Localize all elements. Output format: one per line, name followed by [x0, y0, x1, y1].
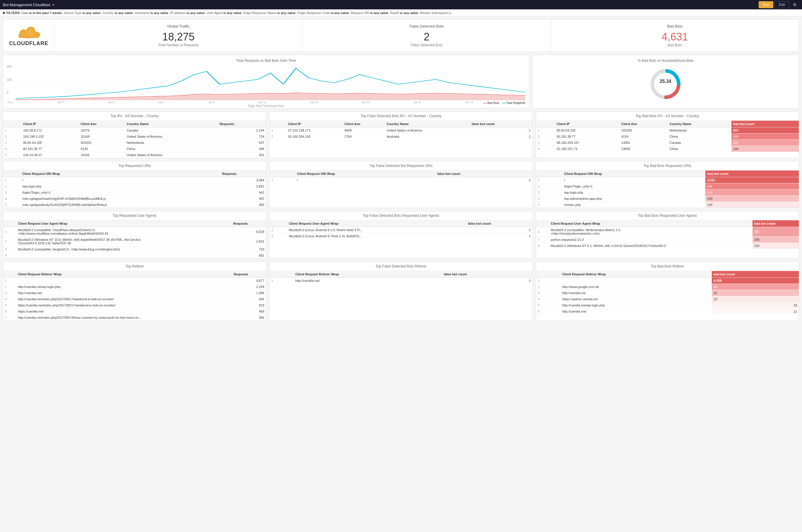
top-uris-table: Top Requested URIs Client Request URI Wr…: [3, 161, 266, 208]
table-row: 8Mozilla/5.0 (Windows NT 6.1; Win64; x64…: [536, 243, 799, 249]
table-row: 1/2: [269, 177, 532, 184]
table-row: 3Mozilla/5.0 (compatible; bingbot/2.0; +…: [3, 246, 266, 252]
th-false-bot-count[interactable]: false bot count ↓: [470, 121, 532, 128]
svg-text:25.34: 25.34: [660, 79, 671, 84]
main-content: CLOUDFLARE Global Traffic 18,275 Total N…: [0, 16, 802, 327]
th-requests[interactable]: Requests ↓: [218, 121, 266, 128]
agents-table: Client Request User Agent Wrap Requests …: [3, 220, 266, 259]
th-ip[interactable]: Client IP: [21, 121, 79, 128]
th-false-bot-count[interactable]: false bot count ↓: [466, 220, 533, 227]
filter-rayid: RayID is any value: [390, 11, 418, 15]
y-axis-labels: 200 100 0: [7, 65, 12, 94]
donut-title: % Bad Bots vs Humans&Good Bots: [536, 59, 795, 63]
top-false-referer-title: Top False Detected Bots Referer: [269, 262, 532, 271]
th-requests[interactable]: Requests ↓: [232, 271, 266, 278]
table-row: 6http://camilia.me/11: [536, 308, 799, 315]
run-button[interactable]: Run: [759, 1, 773, 8]
table-row: 2/wp-login.php2,652: [3, 184, 266, 190]
th-uri[interactable]: Client Request URI Wrap: [20, 171, 220, 177]
table-row: 2104.198.5.23215169United States of Amer…: [3, 134, 266, 140]
table-row: 14,359: [536, 278, 799, 284]
table-row: 6Mozilla/5.0 (compatible; Nimbostratus-B…: [536, 227, 799, 237]
top-false-uris-title: Top False Detected Bot Requested URIs: [269, 162, 532, 171]
th-uri[interactable]: Client Request URI Wrap: [562, 171, 706, 177]
false-bots-label: False Detected Bots: [307, 43, 546, 47]
table-row: 7python-requests/2.21.0245: [536, 237, 799, 243]
th-bad-bot-count[interactable]: bad bot count ↓: [752, 220, 799, 227]
table-row: 5http://camilia.me/wp-login.php18: [536, 302, 799, 308]
header-row: CLOUDFLARE Global Traffic 18,275 Total N…: [3, 19, 799, 52]
th-false-bot-count[interactable]: false bot count ↓: [442, 271, 533, 278]
th-requests[interactable]: Requests ↓: [231, 220, 266, 227]
false-bots-section: False Detected Bots 2 False Detected Bot…: [303, 20, 551, 52]
chart-area: 200 100 0: [7, 65, 526, 100]
bad-bots-label: Bad Bots: [555, 43, 795, 47]
th-uri[interactable]: Client Request URI Wrap: [295, 171, 435, 177]
bad-bots-value: 4,631: [555, 31, 795, 43]
th-bad-bot-count[interactable]: bad bot count ↓: [705, 171, 799, 177]
th-requests[interactable]: Requests ↓: [220, 171, 266, 177]
time-series-chart: Total Requests vs Bad Bots Over Time 200…: [3, 55, 529, 108]
table-row: 2Mozilla/5.0 (Linux; Android 9; Pixel 2 …: [269, 233, 532, 239]
th-bad-bot-count[interactable]: bad bot count ↓: [731, 121, 799, 128]
th-country[interactable]: Country Name: [125, 121, 218, 128]
top-bad-referer-title: Top Bad Bots Referer: [536, 262, 799, 271]
table-row: 1/3,084: [3, 177, 266, 184]
th-bad-bot-count[interactable]: bad bot count ↓: [712, 271, 799, 278]
logo-section: CLOUDFLARE: [3, 20, 55, 51]
table-row: 19,877: [3, 278, 266, 284]
th-country[interactable]: Country Name: [668, 121, 731, 128]
svg-point-6: [20, 31, 37, 37]
x-axis-label: Edge Start Timestamp Hour: [7, 104, 526, 108]
th-ref[interactable]: Client Request Referer Wrap: [560, 271, 712, 278]
th-ip[interactable]: Client IP: [286, 121, 343, 128]
th-asn[interactable]: Client Asn: [619, 121, 668, 128]
table-row: 5136.24.49.3719165United States of Ameri…: [3, 152, 266, 158]
title-text: Bot Management Cloudflare: [3, 3, 51, 7]
filter-country: Country is any value: [102, 11, 133, 15]
bad-uris-table: Client Request URI Wrap bad bot count ↓ …: [536, 171, 799, 208]
filters-label: ▶ FILTERS: [3, 11, 20, 15]
th-ref[interactable]: Client Request Referer Wrap: [293, 271, 442, 278]
th-agent[interactable]: Client Request User Agent Wrap: [16, 220, 231, 227]
false-ips-table: Client IP Client Asn Country Name false …: [269, 121, 532, 139]
th-agent[interactable]: Client Request User Agent Wrap: [287, 220, 466, 227]
gear-button[interactable]: ⚙: [790, 1, 799, 8]
edit-button[interactable]: Edit: [775, 1, 789, 8]
uris-table: Client Request URI Wrap Requests ↓ 1/3,0…: [3, 171, 266, 208]
th-num: [3, 121, 21, 128]
donut-container: 25.34: [536, 65, 795, 103]
time-series-title: Total Requests vs Bad Bots Over Time: [7, 59, 526, 63]
filters-bar: ▶ FILTERS Date is in the past 7 weeks De…: [0, 10, 802, 16]
table-row: 7http://camilia.me/index.php/2017/05/14/…: [3, 315, 266, 321]
table-row: 368.183.200.16714061Canada237: [536, 140, 799, 146]
filter-origin-resp: Origin Response Code is any value: [297, 11, 349, 15]
th-asn[interactable]: Client Asn: [343, 121, 385, 128]
top-bad-bots-ips-title: Top Bad Bots IPs - AS Number - Country: [536, 112, 799, 121]
filter-ip: IP address is any value: [170, 11, 205, 15]
filter-worker: Worker Subrequest is...: [420, 11, 454, 15]
top-ips-row: Top IPs - AS Number - Country Client IP …: [3, 111, 799, 158]
top-agents-table: Top Requested User Agents Client Request…: [3, 211, 266, 259]
table-row: 3http://camilia.me/1,408: [3, 290, 266, 296]
bad-agents-table: Client Request User Agent Wrap bad bot c…: [536, 220, 799, 249]
th-agent[interactable]: Client Request User Agent Wrap: [549, 220, 752, 227]
th-num: [536, 220, 549, 227]
th-ref[interactable]: Client Request Referer Wrap: [16, 271, 232, 278]
top-false-referer-table: Top False Detected Bots Referer Client R…: [269, 262, 533, 321]
top-bad-uris-table: Top Bad Bots Requested URIs Client Reque…: [536, 161, 799, 208]
top-false-uris-table: Top False Detected Bot Requested URIs Cl…: [269, 161, 533, 208]
top-bad-agents-title: Top Bad Bots Requested User Agents: [536, 211, 799, 220]
th-false-bot-count[interactable]: false bot count ↓: [436, 171, 533, 177]
bad-bots-title: Bad Bots: [555, 24, 795, 28]
th-ip[interactable]: Client IP: [555, 121, 619, 128]
th-num: [3, 220, 16, 227]
false-agents-table: Client Request User Agent Wrap false bot…: [269, 220, 532, 239]
filter-request-uri: Request URI is any value: [350, 11, 388, 15]
th-country[interactable]: Country Name: [385, 121, 470, 128]
th-asn[interactable]: Client Asn: [79, 121, 125, 128]
table-row: 3http://camilia.me41: [536, 290, 799, 296]
ips-table: Client IP Client Asn Country Name Reques…: [3, 121, 266, 158]
table-row: 4https://uptime.camilia.me23: [536, 296, 799, 302]
top-agents-title: Top Requested User Agents: [3, 211, 266, 220]
